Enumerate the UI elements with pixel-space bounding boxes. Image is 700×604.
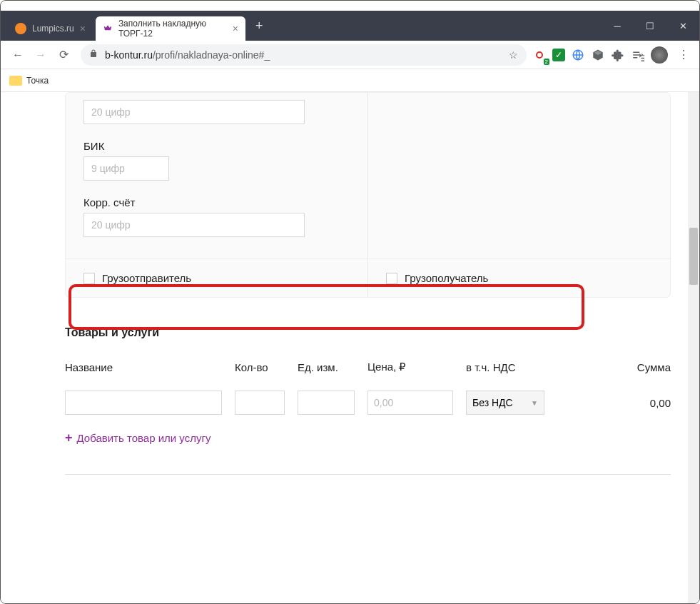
- col-vat: в т.ч. НДС: [466, 361, 559, 373]
- star-icon[interactable]: ☆: [509, 49, 518, 61]
- maximize-button[interactable]: ☐: [634, 11, 666, 41]
- back-button[interactable]: ←: [6, 44, 29, 66]
- extensions-puzzle-icon[interactable]: [611, 48, 625, 62]
- url-input[interactable]: b-kontur.ru/profi/nakladnaya-online#_ ☆: [81, 44, 527, 66]
- folder-icon: [9, 76, 22, 86]
- plus-icon: +: [65, 431, 73, 446]
- tab-lumpics[interactable]: Lumpics.ru ×: [8, 16, 93, 41]
- extension-box-icon[interactable]: [591, 48, 605, 62]
- extension-globe-icon[interactable]: [571, 48, 585, 62]
- bookmark-label: Точка: [26, 76, 49, 86]
- col-name: Название: [65, 361, 222, 373]
- checkbox-shipper[interactable]: Грузоотправитель: [66, 259, 368, 297]
- goods-name-input[interactable]: [65, 391, 222, 415]
- close-window-button[interactable]: ✕: [666, 11, 699, 41]
- reload-button[interactable]: ⟳: [52, 44, 75, 66]
- goods-vat-select[interactable]: Без НДС ▼: [466, 391, 544, 415]
- bookmarks-bar: Точка: [1, 69, 699, 92]
- corr-label: Корр. счёт: [83, 196, 350, 208]
- minimize-button[interactable]: ─: [601, 11, 634, 41]
- close-icon[interactable]: ×: [233, 23, 238, 34]
- checkbox-icon: [386, 273, 397, 284]
- col-unit: Ед. изм.: [298, 361, 355, 373]
- add-goods-link[interactable]: + Добавить товар или услугу: [65, 431, 671, 446]
- address-bar: ← → ⟳ b-kontur.ru/profi/nakladnaya-onlin…: [1, 41, 699, 69]
- url-path: /profi/nakladnaya-online#_: [153, 49, 270, 61]
- goods-unit-input[interactable]: [298, 391, 355, 415]
- badge-count: 2: [544, 59, 549, 65]
- divider: [65, 474, 671, 475]
- tab-nakladnaya[interactable]: Заполнить накладную ТОРГ-12 ×: [96, 16, 245, 41]
- add-goods-label: Добавить товар или услугу: [77, 432, 211, 444]
- goods-sum-value: 0,00: [572, 397, 671, 409]
- url-host: b-kontur.ru: [105, 49, 153, 61]
- party-details-card: БИК Корр. счёт Грузоотправитель: [65, 92, 671, 298]
- profile-avatar[interactable]: [651, 46, 668, 64]
- checkbox-icon: [83, 273, 95, 284]
- tab-title: Lumpics.ru: [32, 24, 74, 34]
- col-qty: Кол-во: [235, 361, 285, 373]
- chrome-menu-icon[interactable]: ⋮: [674, 48, 694, 61]
- favicon-lumpics: [15, 23, 26, 34]
- bik-input[interactable]: [83, 156, 169, 181]
- forward-button[interactable]: →: [29, 44, 52, 66]
- goods-title: Товары и услуги: [65, 326, 671, 339]
- account-input[interactable]: [83, 100, 305, 124]
- shipper-label: Грузоотправитель: [102, 272, 191, 284]
- tab-title: Заполнить накладную ТОРГ-12: [118, 19, 227, 39]
- goods-section: Товары и услуги Название Кол-во Ед. изм.…: [65, 326, 671, 475]
- page-content: БИК Корр. счёт Грузоотправитель: [1, 92, 699, 604]
- bik-label: БИК: [83, 140, 350, 152]
- reading-list-icon[interactable]: [631, 48, 645, 62]
- tab-strip: Lumpics.ru × Заполнить накладную ТОРГ-12…: [1, 11, 699, 41]
- caret-down-icon: ▼: [531, 399, 538, 407]
- goods-price-input[interactable]: [367, 391, 453, 415]
- consignee-label: Грузополучатель: [405, 272, 488, 284]
- corr-input[interactable]: [83, 213, 305, 237]
- checkbox-consignee[interactable]: Грузополучатель: [368, 259, 670, 297]
- close-icon[interactable]: ×: [80, 23, 86, 34]
- col-sum: Сумма: [572, 361, 671, 373]
- extension-check-icon[interactable]: ✓: [552, 49, 565, 61]
- favicon-crown-icon: [103, 23, 113, 34]
- bookmark-folder-tochka[interactable]: Точка: [9, 76, 49, 86]
- vertical-scrollbar[interactable]: [688, 92, 699, 604]
- new-tab-button[interactable]: +: [248, 19, 270, 34]
- extension-adblock-icon[interactable]: 2: [532, 48, 547, 62]
- goods-qty-input[interactable]: [235, 391, 285, 415]
- lock-icon: [89, 49, 98, 60]
- col-price: Цена, ₽: [367, 361, 453, 373]
- vat-value: Без НДС: [472, 397, 513, 408]
